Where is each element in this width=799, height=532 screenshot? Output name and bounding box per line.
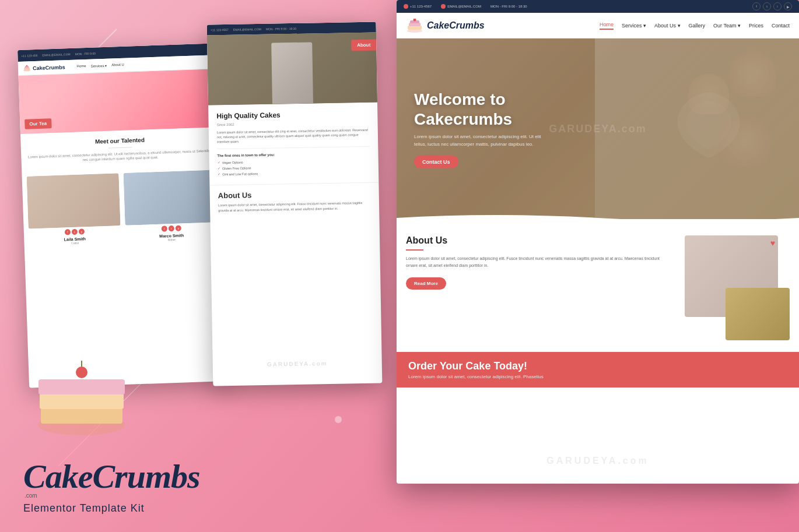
ss-front-email-text: EMAIL@EMAIL.COM [447,5,481,8]
ss-front-cta-text-block: Order Your Cake Today! Lorem ipsum dolor… [408,360,544,379]
nav-home[interactable]: Home [600,22,614,30]
svg-rect-20 [40,393,124,409]
ss-mid-quality-title: High Quality Cakes [216,110,369,121]
ss-front-cta-banner: Order Your Cake Today! Lorem ipsum dolor… [397,352,799,387]
check-icon-vegan: ✓ [218,161,220,165]
marco-photo-bg [123,170,217,225]
ss-front-hours-item: MON - FRI 9:00 - 18:30 [490,5,527,8]
ss-front-about-title: About Us [406,235,664,246]
ss-mid-features-list: ✓ Vegan Options ✓ Gluten Free Options ✓ … [218,158,370,177]
ss-front-about-images: ♥ [673,235,790,340]
nav-prices[interactable]: Prices [749,23,763,29]
ss-front-hero-subtitle: Lorem ipsum dolor sit amet, consectetur … [414,133,554,149]
garudeya-bird-icon [665,84,752,171]
wave-svg [397,212,799,224]
ss-front-cta-title: Order Your Cake Today! [408,360,544,372]
screenshot-mid: +11 123-4567 EMAIL@EMAIL.COM MON - FRI 9… [207,22,383,386]
laila-tw: t [72,228,78,234]
ss-front-nav: CakeCrumbs Home Services ▾ About Us ▾ Ga… [397,13,799,38]
brand-title: CakeCrumbs [23,460,204,494]
nav-contact[interactable]: Contact [772,23,790,29]
team-member-laila: f t y Laila Smith Catist [27,173,121,246]
ss-mid-phone: +11 123-4567 [211,28,229,32]
youtube-icon: ▶ [784,2,792,10]
brand-title-crumbs: Crumbs [92,457,199,495]
ss-back-nav-items: Home Services ▾ About U [76,63,124,69]
about-watermark: GARUDEYA.com [546,456,649,466]
hero-contact-button[interactable]: Contact Us [414,155,458,168]
feature-lowfat-label: Oint and Low Fat options [222,172,258,176]
team-member-marco: f t y Marco Smith Baker [123,170,218,242]
ss-front-garudeya-deco [665,84,752,174]
svg-point-22 [76,367,87,378]
cake-icon-wrapper: G [23,349,152,454]
ss-back-divider [108,147,132,148]
feature-gluten-label: Gluten Free Options [222,166,251,170]
laila-yt: y [79,228,85,234]
brand-area: G CakeCrumbs .com Elementor Template Kit [0,337,222,532]
about-secondary-photo [726,288,790,340]
ss-back-logo: CakeCrumbs [23,64,65,72]
marco-tw: t [169,226,174,231]
ss-mid-chef-photo [271,42,313,104]
ss-front-logo: CakeCrumbs [406,19,485,33]
check-icon-gluten: ✓ [218,167,220,171]
ss-back-logo-icon [23,65,31,71]
ss-front-social-icons: f t i ▶ [752,2,792,10]
ss-back-email: EMAIL@EMAIL.COM [42,52,70,57]
svg-rect-19 [41,407,122,424]
ss-back-hero-badge: Our Tea [24,118,51,129]
ss-mid-about-badge: About [351,40,376,51]
screenshot-front: +11 123-4567 EMAIL@EMAIL.COM MON - FRI 9… [397,0,799,484]
ss-front-wave [397,219,799,224]
marco-social: f t y [125,224,218,233]
email-icon [441,4,446,9]
nav-gallery[interactable]: Gallery [689,23,706,29]
ss-back-members: f t y Laila Smith Catist f t y Marco Smi… [22,165,223,251]
nav-services[interactable]: Services ▾ [622,23,646,29]
ss-mid-hours: MON - FRI 9:00 - 18:30 [266,27,296,31]
ss-back-team-sub: Lorem ipsum dolor sit amet, consectetur … [27,148,213,164]
nav-about[interactable]: About Us ▾ [654,23,681,29]
marco-photo [123,170,217,225]
ss-front-logo-icon [406,19,423,33]
ss-mid-email: EMAIL@EMAIL.COM [233,27,261,31]
ss-front-hero-title: Welcome to Cakecrumbs [414,90,554,129]
cake-photo [726,288,790,340]
ss-mid-about-text: Lorem ipsum dolor sit amet, consectetur … [218,200,371,213]
ss-back-hours: MON - FRI 9:00 [75,51,96,55]
ss-mid-hero: About [207,33,377,105]
phone-icon [404,4,408,9]
laila-social: f t y [29,227,121,237]
cake-slice-icon [23,349,140,442]
ss-front-cta-subtitle: Lorem ipsum dolor sit amet, consectetur … [408,374,544,379]
ss-mid-about-title: About Us [218,189,371,200]
ss-front-hours-text: MON - FRI 9:00 - 18:30 [490,5,527,8]
ss-mid-divider [217,146,370,150]
screenshot-back: +11 123-456 EMAIL@EMAIL.COM MON - FRI 9:… [17,43,227,388]
ss-back-team-title: Meet our Talented [26,134,213,147]
instagram-icon: i [773,2,782,10]
svg-rect-14 [408,26,422,30]
laila-photo-bg [27,173,121,228]
heart-icon: ♥ [770,238,775,248]
svg-rect-21 [38,379,125,394]
ss-mid-features-label: The first ones in town to offer you: [217,152,370,158]
ss-back-team-section: Meet our Talented Lorem ipsum dolor sit … [20,127,220,172]
ss-mid-since-year: Since 2002 [217,120,370,126]
twitter-icon: t [763,2,771,10]
ss-front-about-text-block: About Us Lorem ipsum dolor sit amet, con… [406,235,664,290]
ss-front-topbar: +11 123-4567 EMAIL@EMAIL.COM MON - FRI 9… [397,0,799,13]
ss-front-phone-text: +11 123-4567 [410,5,432,8]
nav-ourteam[interactable]: Our Team ▾ [713,23,741,29]
ss-mid-chef-figure [271,42,313,104]
ss-back-hero: Our Tea [19,69,219,134]
brand-title-cake: Cake [23,457,92,495]
ss-front-logo-text: CakeCrumbs [427,20,485,31]
check-icon-lowfat: ✓ [218,172,220,177]
marco-yt: y [176,225,181,231]
ss-mid-content: High Quality Cakes Since 2002 Lorem ipsu… [208,102,379,185]
ss-front-hero-content: Welcome to Cakecrumbs Lorem ipsum dolor … [414,90,554,168]
facebook-icon: f [752,2,761,10]
read-more-button[interactable]: Read More [406,277,446,290]
